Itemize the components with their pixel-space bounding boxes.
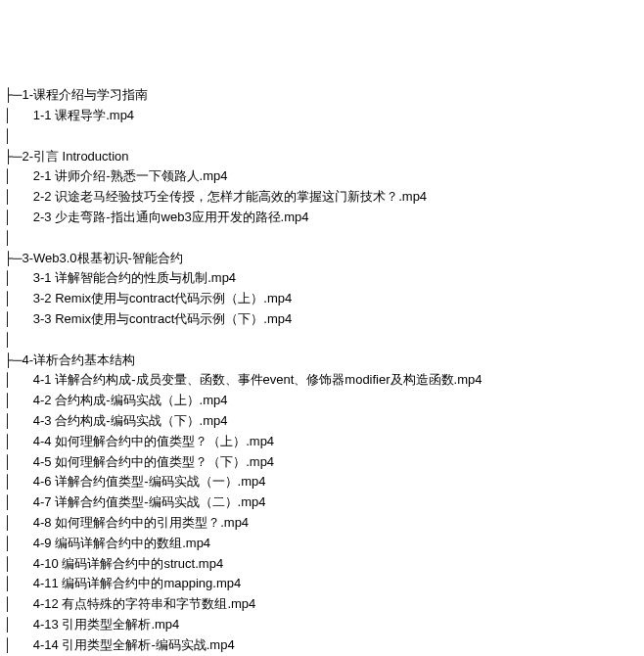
tree-text: 1-课程介绍与学习指南 [22, 87, 148, 102]
tree-prefix: │ [4, 413, 33, 428]
tree-line: │ 4-2 合约构成-编码实战（上）.mp4 [4, 391, 640, 411]
tree-prefix: │ [4, 454, 33, 469]
tree-prefix: │ [4, 128, 12, 143]
tree-prefix: │ [4, 168, 33, 183]
tree-line: │ 4-8 如何理解合约中的引用类型？.mp4 [4, 513, 640, 534]
tree-text: 4-10 编码详解合约中的struct.mp4 [33, 556, 223, 571]
tree-prefix: │ [4, 189, 33, 204]
tree-line: │ 4-12 有点特殊的字符串和字节数组.mp4 [4, 594, 640, 615]
tree-text: 2-1 讲师介绍-熟悉一下领路人.mp4 [33, 168, 228, 183]
tree-line: │ 4-14 引用类型全解析-编码实战.mp4 [4, 635, 640, 656]
tree-text: 2-3 少走弯路-指出通向web3应用开发的路径.mp4 [33, 210, 309, 224]
tree-line: │ 2-2 识途老马经验技巧全传授，怎样才能高效的掌握这门新技术？.mp4 [4, 187, 640, 208]
tree-prefix: │ [4, 617, 33, 632]
tree-line: │ [4, 330, 640, 351]
tree-text: 4-5 如何理解合约中的值类型？（下）.mp4 [33, 454, 274, 469]
tree-prefix: │ [4, 332, 12, 347]
tree-prefix: │ [4, 270, 33, 285]
tree-line: │ 4-5 如何理解合约中的值类型？（下）.mp4 [4, 452, 640, 473]
tree-line: │ 3-2 Remix使用与contract代码示例（上）.mp4 [4, 289, 640, 309]
tree-line: │ 1-1 课程导学.mp4 [4, 106, 640, 126]
tree-prefix: │ [4, 474, 33, 489]
tree-line: │ 2-1 讲师介绍-熟悉一下领路人.mp4 [4, 166, 640, 187]
tree-text: 4-4 如何理解合约中的值类型？（上）.mp4 [33, 434, 274, 448]
tree-prefix: │ [4, 494, 33, 509]
tree-text: 4-14 引用类型全解析-编码实战.mp4 [33, 637, 235, 652]
tree-text: 4-11 编码详解合约中的mapping.mp4 [33, 576, 241, 590]
tree-prefix: │ [4, 291, 33, 305]
tree-text: 3-Web3.0根基初识-智能合约 [22, 251, 182, 265]
directory-tree: ├─1-课程介绍与学习指南│ 1-1 课程导学.mp4│├─2-引言 Intro… [4, 85, 640, 656]
tree-line: ├─3-Web3.0根基初识-智能合约 [4, 249, 640, 269]
tree-prefix: │ [4, 515, 33, 530]
tree-line: │ 4-3 合约构成-编码实战（下）.mp4 [4, 411, 640, 432]
tree-line: │ 4-6 详解合约值类型-编码实战（一）.mp4 [4, 472, 640, 492]
tree-prefix: │ [4, 311, 33, 326]
tree-line: │ 2-3 少走弯路-指出通向web3应用开发的路径.mp4 [4, 208, 640, 228]
tree-line: │ 4-4 如何理解合约中的值类型？（上）.mp4 [4, 432, 640, 452]
tree-prefix: │ [4, 108, 33, 122]
tree-text: 4-详析合约基本结构 [22, 352, 135, 367]
tree-prefix: │ [4, 393, 33, 407]
tree-line: ├─1-课程介绍与学习指南 [4, 85, 640, 106]
tree-text: 3-2 Remix使用与contract代码示例（上）.mp4 [33, 291, 292, 305]
tree-text: 4-6 详解合约值类型-编码实战（一）.mp4 [33, 474, 266, 489]
tree-prefix: ├─ [4, 149, 22, 164]
tree-line: │ [4, 228, 640, 249]
tree-prefix: │ [4, 536, 33, 550]
tree-prefix: │ [4, 434, 33, 448]
tree-text: 4-8 如何理解合约中的引用类型？.mp4 [33, 515, 249, 530]
tree-prefix: ├─ [4, 251, 22, 265]
tree-line: │ [4, 126, 640, 147]
tree-prefix: │ [4, 230, 12, 245]
tree-text: 4-3 合约构成-编码实战（下）.mp4 [33, 413, 228, 428]
tree-line: ├─4-详析合约基本结构 [4, 351, 640, 371]
tree-line: │ 4-11 编码详解合约中的mapping.mp4 [4, 574, 640, 594]
tree-line: │ 4-1 详解合约构成-成员变量、函数、事件event、修饰器modifier… [4, 370, 640, 391]
tree-prefix: │ [4, 556, 33, 571]
tree-text: 2-引言 Introduction [22, 149, 128, 164]
tree-line: │ 4-7 详解合约值类型-编码实战（二）.mp4 [4, 492, 640, 513]
tree-text: 4-13 引用类型全解析.mp4 [33, 617, 180, 632]
tree-line: │ 4-9 编码详解合约中的数组.mp4 [4, 534, 640, 554]
tree-prefix: ├─ [4, 352, 22, 367]
tree-prefix: │ [4, 372, 33, 387]
tree-prefix: │ [4, 576, 33, 590]
tree-line: │ 3-1 详解智能合约的性质与机制.mp4 [4, 268, 640, 289]
tree-line: │ 3-3 Remix使用与contract代码示例（下）.mp4 [4, 309, 640, 330]
tree-prefix: │ [4, 596, 33, 611]
tree-prefix: │ [4, 637, 33, 652]
tree-text: 4-1 详解合约构成-成员变量、函数、事件event、修饰器modifier及构… [33, 372, 483, 387]
tree-text: 2-2 识途老马经验技巧全传授，怎样才能高效的掌握这门新技术？.mp4 [33, 189, 427, 204]
tree-text: 3-1 详解智能合约的性质与机制.mp4 [33, 270, 236, 285]
tree-text: 4-7 详解合约值类型-编码实战（二）.mp4 [33, 494, 266, 509]
tree-line: ├─2-引言 Introduction [4, 147, 640, 167]
tree-text: 4-9 编码详解合约中的数组.mp4 [33, 536, 210, 550]
tree-text: 1-1 课程导学.mp4 [33, 108, 134, 122]
tree-prefix: ├─ [4, 87, 22, 102]
tree-line: │ 4-13 引用类型全解析.mp4 [4, 615, 640, 635]
tree-text: 4-2 合约构成-编码实战（上）.mp4 [33, 393, 228, 407]
tree-prefix: │ [4, 210, 33, 224]
tree-text: 4-12 有点特殊的字符串和字节数组.mp4 [33, 596, 256, 611]
tree-line: │ 4-10 编码详解合约中的struct.mp4 [4, 554, 640, 575]
tree-text: 3-3 Remix使用与contract代码示例（下）.mp4 [33, 311, 292, 326]
